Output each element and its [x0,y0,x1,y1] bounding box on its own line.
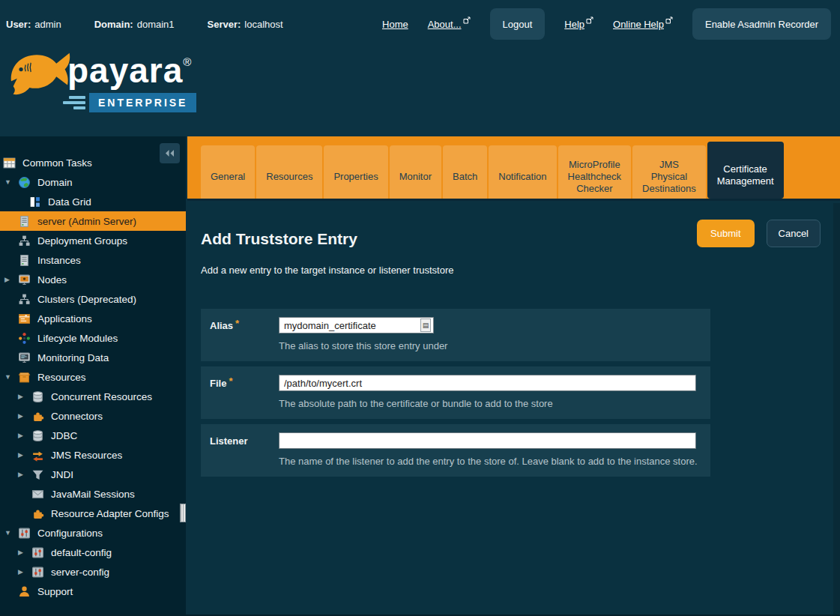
main-scrollbar-track[interactable] [833,203,840,616]
domain-label: Domain: [94,19,133,30]
alias-input[interactable] [279,317,434,333]
sidebar-item-support[interactable]: Support [0,582,186,601]
registered-mark: ® [183,55,192,68]
tree-arrow-icon[interactable]: ▼ [3,373,18,381]
sidebar-item-server-admin-server[interactable]: server (Admin Server) [0,211,186,231]
sidebar-item-javamail-sessions[interactable]: JavaMail Sessions [0,484,186,504]
sidebar-item-concurrent-resources[interactable]: ▶ Concurrent Resources [0,387,186,406]
sliders-icon [18,527,31,540]
online-help-link-label: Online Help [613,19,664,30]
server-label: Server: [208,19,241,30]
online-help-link[interactable]: Online Help [613,19,673,30]
sidebar-item-label: Lifecycle Modules [37,333,118,344]
edition-badge: ENTERPRISE [89,93,196,112]
tree-arrow-icon[interactable]: ▶ [16,412,31,420]
sidebar-item-label: Concurrent Resources [51,391,152,402]
sidebar-item-jms-resources[interactable]: ▶ JMS Resources [0,445,186,465]
tab-general[interactable]: General [201,145,255,199]
sidebar-item-instances[interactable]: Instances [0,250,186,270]
puzzle-icon [31,410,44,423]
required-asterisk: * [229,375,232,387]
sidebar-tree: Common Tasks ▼ Domain Data Grid server (… [0,153,186,601]
logout-button[interactable]: Logout [490,8,546,40]
tree-arrow-icon[interactable]: ▶ [16,568,31,576]
speed-bars-icon [63,96,85,109]
domain-value: domain1 [137,19,175,30]
brand-wordmark: payara® [67,43,192,90]
tab-jms-physical-destinations[interactable]: JMS Physical Destinations [632,145,706,199]
sidebar-item-lifecycle-modules[interactable]: Lifecycle Modules [0,328,186,348]
server-icon [18,254,31,267]
sidebar-item-common-tasks[interactable]: Common Tasks [0,153,186,172]
sidebar-item-label: Domain [37,177,73,188]
tab-monitor[interactable]: Monitor [390,145,441,199]
node-icon [18,274,31,286]
home-link[interactable]: Home [382,19,408,30]
help-link[interactable]: Help [564,19,593,30]
sidebar-item-server-config[interactable]: ▶ server-config [0,562,186,582]
box-icon [18,371,31,384]
sidebar-item-deployment-groups[interactable]: Deployment Groups [0,231,186,250]
listener-input[interactable] [279,432,696,449]
payara-logo: payara® ENTERPRISE [6,43,196,112]
sidebar-item-domain[interactable]: ▼ Domain [0,172,186,192]
sidebar-item-jndi[interactable]: ▶ JNDI [0,465,186,484]
tab-bar: GeneralResourcesPropertiesMonitorBatchNo… [187,136,840,201]
sidebar-item-data-grid[interactable]: Data Grid [0,192,186,211]
page-subtitle: Add a new entry to the target instance o… [201,265,822,276]
server-info: Server:localhost [208,19,283,30]
tab-batch[interactable]: Batch [443,145,487,199]
file-input[interactable] [279,375,696,391]
sidebar-item-connectors[interactable]: ▶ Connectors [0,406,186,426]
datagrid-icon [28,196,41,208]
sidebar-item-label: Deployment Groups [37,235,127,247]
about-link-label: About... [428,19,462,30]
tree-arrow-icon[interactable]: ▶ [3,276,18,283]
topbar: User:admin Domain:domain1 Server:localho… [0,0,840,42]
tree-arrow-icon[interactable]: ▶ [16,451,31,459]
sidebar-item-label: Clusters (Deprecated) [37,294,136,305]
user-value: admin [34,19,61,30]
topbar-actions: Home About... Logout Help Online Help En… [382,8,831,40]
tab-certificate-management[interactable]: Certificate Management [707,142,784,199]
database-icon [31,429,44,442]
sliders-icon [31,566,44,579]
sidebar-item-label: JavaMail Sessions [51,489,135,500]
person-icon [18,585,31,598]
sidebar-item-clusters-deprecated[interactable]: Clusters (Deprecated) [0,289,186,309]
cancel-button[interactable]: Cancel [767,220,821,247]
field-row-listener: Listener* ▤ The name of the listener to … [201,424,710,477]
sidebar-item-default-config[interactable]: ▶ default-config [0,543,186,562]
server-value: localhost [244,19,282,30]
sidebar-item-jdbc[interactable]: ▶ JDBC [0,426,186,445]
tab-microprofile-healthcheck-checker[interactable]: MicroProfile Healthcheck Checker [558,145,632,199]
tree-arrow-icon[interactable]: ▶ [16,393,31,400]
action-buttons: Submit Cancel [697,220,821,247]
submit-button[interactable]: Submit [697,220,754,247]
monitoring-icon [18,351,31,364]
tree-arrow-icon[interactable]: ▶ [16,549,31,556]
tab-notification[interactable]: Notification [489,145,556,199]
about-link[interactable]: About... [428,19,471,30]
field-row-file: File* ▤ The absolute path to the certifi… [201,366,710,419]
sidebar-item-nodes[interactable]: ▶ Nodes [0,270,186,289]
tab-resources[interactable]: Resources [256,145,322,199]
sidebar-item-applications[interactable]: Applications [0,309,186,328]
mail-icon [31,488,44,501]
tree-arrow-icon[interactable]: ▼ [3,178,18,186]
tree-arrow-icon[interactable]: ▶ [16,432,31,439]
enable-asadmin-recorder-button[interactable]: Enable Asadmin Recorder [692,8,831,40]
main-content: Add Truststore Entry Submit Cancel Add a… [187,203,840,616]
sidebar-item-label: server (Admin Server) [37,216,136,227]
tab-properties[interactable]: Properties [324,145,387,199]
sidebar-item-monitoring-data[interactable]: Monitoring Data [0,348,186,367]
external-link-icon [463,16,471,24]
sidebar-item-resources[interactable]: ▼ Resources [0,367,186,387]
sidebar-scrollbar-thumb[interactable] [180,504,186,522]
sidebar-item-configurations[interactable]: ▼ Configurations [0,523,186,543]
session-info: User:admin Domain:domain1 Server:localho… [6,19,283,30]
tree-arrow-icon[interactable]: ▶ [16,471,31,478]
sidebar-item-resource-adapter-configs[interactable]: Resource Adapter Configs [0,504,186,523]
sidebar-item-label: Common Tasks [22,157,92,169]
tree-arrow-icon[interactable]: ▼ [3,529,18,537]
